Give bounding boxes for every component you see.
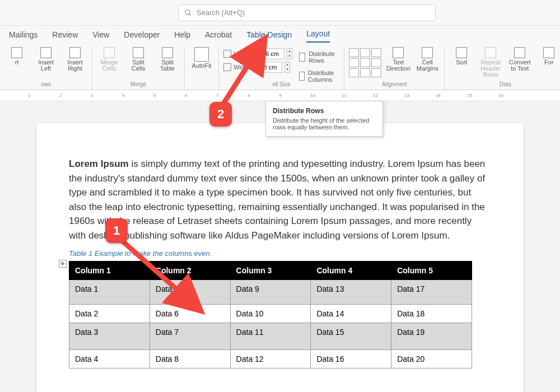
autofit-button[interactable]: AutoFit bbox=[189, 46, 214, 70]
merge-cells-button[interactable]: Merge Cells bbox=[97, 46, 122, 73]
group-rows-columns: rt Insert Left Insert Right ows bbox=[0, 46, 92, 90]
align-mid-right[interactable] bbox=[371, 58, 381, 67]
group-label: Alignment bbox=[382, 81, 407, 87]
col-header[interactable]: Column 1 bbox=[69, 262, 150, 280]
align-bot-center[interactable] bbox=[360, 68, 370, 77]
group-label: Data bbox=[500, 81, 511, 87]
merge-icon bbox=[104, 47, 115, 58]
body-paragraph[interactable]: Lorem Ipsum is simply dummy text of the … bbox=[69, 157, 491, 242]
table-col-right-icon bbox=[69, 47, 81, 58]
text-direction-button[interactable]: Text Direction bbox=[386, 46, 410, 73]
annotation-marker-1: 1 bbox=[105, 218, 128, 243]
width-icon bbox=[223, 63, 231, 71]
width-spinner[interactable]: ▲▼ bbox=[284, 62, 290, 73]
table-header-row[interactable]: Column 1 Column 2 Column 3 Column 4 Colu… bbox=[69, 262, 472, 280]
col-width-field[interactable]: Width: ▲▼ bbox=[223, 62, 292, 73]
ribbon: rt Insert Left Insert Right ows Merge Ce… bbox=[0, 43, 560, 90]
horizontal-ruler[interactable]: 12345678910111213141516 bbox=[0, 90, 560, 101]
align-top-left[interactable] bbox=[349, 48, 359, 57]
autofit-icon bbox=[194, 47, 209, 62]
tab-acrobat[interactable]: Acrobat bbox=[205, 28, 232, 43]
width-input[interactable] bbox=[253, 62, 282, 73]
align-top-center[interactable] bbox=[360, 48, 370, 57]
split-table-icon bbox=[162, 47, 173, 58]
align-bot-left[interactable] bbox=[349, 68, 359, 77]
table-caption[interactable]: Table 1 Example to make the columns even… bbox=[69, 249, 491, 258]
insert-left-button[interactable]: Insert Left bbox=[34, 46, 58, 73]
convert-icon bbox=[514, 47, 525, 58]
group-label: ows bbox=[41, 81, 51, 87]
distribute-cols-icon bbox=[299, 72, 305, 81]
tab-mailings[interactable]: Mailings bbox=[9, 28, 38, 43]
tooltip-body: Distribute the height of the selected ro… bbox=[273, 117, 376, 130]
insert-right-button[interactable]: Insert Right bbox=[63, 46, 87, 73]
repeat-header-rows-button[interactable]: Repeat Header Rows bbox=[478, 46, 503, 79]
align-mid-left[interactable] bbox=[349, 58, 359, 67]
cell-margins-button[interactable]: Cell Margins bbox=[415, 46, 440, 73]
height-icon bbox=[223, 50, 231, 58]
align-mid-center[interactable] bbox=[360, 58, 370, 67]
title-bar: Search (Alt+Q) bbox=[0, 0, 560, 26]
align-top-right[interactable] bbox=[371, 48, 381, 57]
ribbon-tabs: Mailings Review View Developer Help Acro… bbox=[0, 26, 560, 43]
page[interactable]: Lorem Ipsum is simply dummy text of the … bbox=[36, 123, 524, 392]
height-input[interactable] bbox=[255, 48, 284, 59]
tab-developer[interactable]: Developer bbox=[124, 28, 160, 43]
group-label: Merge bbox=[130, 81, 146, 87]
search-box[interactable]: Search (Alt+Q) bbox=[178, 4, 436, 21]
tooltip-title: Distribute Rows bbox=[273, 107, 376, 115]
lead-bold[interactable]: Lorem Ipsum bbox=[69, 158, 129, 169]
group-cell-size: Height: ▲▼ Width: ▲▼ Distribute Rows Dis… bbox=[219, 46, 344, 90]
group-autofit: AutoFit bbox=[185, 46, 219, 90]
table-row[interactable]: Data 1Data 5Data 9Data 13Data 17 bbox=[69, 280, 472, 305]
row-height-field[interactable]: Height: ▲▼ bbox=[223, 48, 292, 59]
split-cells-button[interactable]: Split Cells bbox=[126, 46, 151, 73]
tab-layout[interactable]: Layout bbox=[306, 27, 330, 43]
search-placeholder: Search (Alt+Q) bbox=[197, 8, 245, 17]
text-direction-icon bbox=[393, 47, 404, 58]
body-text[interactable]: is simply dummy text of the printing and… bbox=[69, 158, 485, 241]
split-cells-icon bbox=[133, 47, 144, 58]
insert-row-below-button[interactable]: rt bbox=[4, 46, 29, 67]
table-col-left-icon bbox=[40, 47, 52, 58]
group-data: Sort Repeat Header Rows Convert to Text … bbox=[445, 46, 560, 90]
document-area[interactable]: Lorem Ipsum is simply dummy text of the … bbox=[0, 112, 560, 392]
group-alignment: Text Direction Cell Margins Alignment bbox=[344, 46, 445, 90]
tab-view[interactable]: View bbox=[92, 28, 109, 43]
distribute-rows-button[interactable]: Distribute Rows bbox=[297, 49, 339, 65]
example-table[interactable]: Column 1 Column 2 Column 3 Column 4 Colu… bbox=[69, 261, 472, 368]
table-row[interactable]: Data 4Data 8Data 12Data 16Data 20 bbox=[69, 350, 472, 368]
repeat-header-icon bbox=[485, 47, 496, 58]
col-header[interactable]: Column 3 bbox=[230, 262, 311, 280]
search-icon bbox=[184, 9, 192, 17]
sort-icon bbox=[456, 47, 467, 58]
alignment-grid bbox=[349, 46, 381, 77]
formula-button[interactable]: For bbox=[536, 46, 560, 67]
table-row[interactable]: Data 2Data 6Data 10Data 14Data 18 bbox=[69, 305, 472, 323]
col-header[interactable]: Column 2 bbox=[150, 262, 230, 280]
align-bot-right[interactable] bbox=[371, 68, 381, 77]
split-table-button[interactable]: Split Table bbox=[155, 46, 180, 73]
tab-help[interactable]: Help bbox=[174, 28, 190, 43]
convert-to-text-button[interactable]: Convert to Text bbox=[507, 46, 532, 73]
col-header[interactable]: Column 4 bbox=[311, 262, 391, 280]
tab-table-design[interactable]: Table Design bbox=[246, 28, 292, 43]
formula-icon bbox=[543, 47, 554, 58]
table-row[interactable]: Data 3Data 7Data 11Data 15Data 19 bbox=[69, 323, 472, 350]
height-spinner[interactable]: ▲▼ bbox=[287, 48, 292, 59]
group-label: ell Size bbox=[273, 81, 291, 87]
distribute-rows-icon bbox=[299, 53, 305, 62]
tab-review[interactable]: Review bbox=[52, 28, 78, 43]
svg-point-0 bbox=[185, 10, 190, 14]
col-header[interactable]: Column 5 bbox=[391, 262, 472, 280]
table-move-handle[interactable]: ✥ bbox=[59, 260, 67, 268]
svg-line-1 bbox=[189, 13, 191, 15]
tooltip-distribute-rows: Distribute Rows Distribute the height of… bbox=[265, 101, 383, 137]
sort-button[interactable]: Sort bbox=[449, 46, 474, 67]
annotation-marker-2: 2 bbox=[209, 102, 232, 127]
cell-margins-icon bbox=[422, 47, 433, 58]
group-merge: Merge Cells Split Cells Split Table Merg… bbox=[92, 46, 185, 90]
table-row-icon bbox=[11, 47, 22, 58]
distribute-columns-button[interactable]: Distribute Columns bbox=[297, 68, 339, 84]
